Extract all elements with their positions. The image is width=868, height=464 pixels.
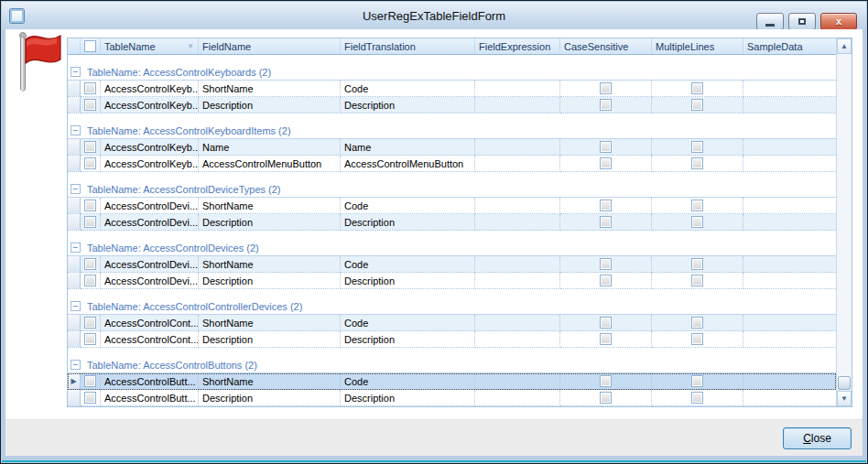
fieldtranslation-cell[interactable]: Code — [341, 81, 475, 97]
sampledata-cell[interactable] — [743, 139, 836, 156]
tablename-cell[interactable]: AccessControlDevi... — [101, 256, 199, 273]
close-button[interactable]: Close — [783, 427, 852, 449]
multiple-lines-checkbox[interactable] — [691, 275, 703, 286]
fieldname-cell[interactable]: ShortName — [199, 373, 341, 390]
casesensitive-cell[interactable] — [560, 139, 652, 156]
row-select-checkbox[interactable] — [84, 333, 96, 345]
select-all-header[interactable] — [81, 38, 101, 54]
column-header-fieldexpression[interactable]: FieldExpression — [475, 38, 560, 54]
casesensitive-cell[interactable] — [560, 198, 652, 214]
tablename-cell[interactable]: AccessControlKeyb... — [101, 97, 199, 113]
table-row[interactable]: AccessControlKeyb...AccessControlMenuBut… — [68, 156, 836, 172]
fieldname-cell[interactable]: Name — [199, 139, 341, 156]
fieldexpression-cell[interactable] — [475, 373, 560, 390]
fieldtranslation-cell[interactable]: Code — [341, 315, 475, 331]
collapse-group-icon[interactable]: − — [71, 184, 81, 194]
minimize-button[interactable] — [756, 13, 784, 30]
multiplelines-cell[interactable] — [652, 81, 743, 97]
case-sensitive-checkbox[interactable] — [600, 82, 612, 94]
fieldtranslation-cell[interactable]: Code — [341, 256, 475, 273]
multiplelines-cell[interactable] — [652, 315, 743, 331]
row-header-cell[interactable] — [68, 390, 81, 406]
multiplelines-cell[interactable] — [652, 390, 743, 406]
multiple-lines-checkbox[interactable] — [691, 392, 703, 404]
fieldtranslation-cell[interactable]: Description — [341, 331, 475, 348]
case-sensitive-checkbox[interactable] — [600, 200, 612, 211]
column-header-casesensitive[interactable]: CaseSensitive — [560, 38, 652, 54]
table-row[interactable]: AccessControlButt...DescriptionDescripti… — [68, 390, 836, 406]
sampledata-cell[interactable] — [743, 81, 836, 97]
multiplelines-cell[interactable] — [652, 97, 743, 113]
row-header-cell[interactable] — [68, 214, 81, 231]
sampledata-cell[interactable] — [743, 256, 836, 273]
fieldtranslation-cell[interactable]: Description — [341, 214, 475, 231]
case-sensitive-checkbox[interactable] — [600, 275, 612, 286]
table-row[interactable]: AccessControlKeyb...DescriptionDescripti… — [68, 97, 836, 113]
case-sensitive-checkbox[interactable] — [600, 157, 612, 169]
row-select-checkbox[interactable] — [84, 392, 96, 404]
collapse-group-icon[interactable]: − — [71, 67, 81, 77]
fieldname-cell[interactable]: AccessControlMenuButton — [199, 156, 341, 172]
group-header-row[interactable]: −TableName: AccessControlButtons (2) — [68, 357, 836, 373]
column-header-tablename[interactable]: TableName▼ — [101, 38, 199, 54]
column-header-sampledata[interactable]: SampleData — [743, 38, 836, 54]
row-select-cell[interactable] — [81, 390, 101, 406]
row-select-cell[interactable] — [81, 373, 101, 390]
scrollbar-down-icon[interactable]: ▼ — [837, 391, 852, 406]
multiplelines-cell[interactable] — [652, 156, 743, 172]
multiplelines-cell[interactable] — [652, 198, 743, 214]
sampledata-cell[interactable] — [743, 331, 836, 348]
multiplelines-cell[interactable] — [652, 214, 743, 231]
title-bar[interactable]: UserRegExTableFieldForm x — [2, 2, 866, 29]
sampledata-cell[interactable] — [743, 273, 836, 289]
row-header-cell[interactable] — [68, 139, 81, 156]
fieldname-cell[interactable]: ShortName — [199, 81, 341, 97]
fieldname-cell[interactable]: ShortName — [199, 256, 341, 273]
group-header-row[interactable]: −TableName: AccessControlControllerDevic… — [68, 298, 836, 315]
fieldexpression-cell[interactable] — [475, 97, 560, 113]
row-select-cell[interactable] — [81, 315, 101, 331]
fieldtranslation-cell[interactable]: Description — [341, 390, 475, 406]
row-select-checkbox[interactable] — [84, 375, 96, 387]
collapse-group-icon[interactable]: − — [71, 360, 81, 370]
table-row[interactable]: AccessControlDevi...ShortNameCode — [68, 256, 836, 273]
multiple-lines-checkbox[interactable] — [691, 200, 703, 211]
casesensitive-cell[interactable] — [560, 373, 652, 390]
select-all-checkbox[interactable] — [84, 40, 96, 52]
casesensitive-cell[interactable] — [560, 214, 652, 231]
row-select-cell[interactable] — [81, 331, 101, 348]
scrollbar-up-icon[interactable]: ▲ — [837, 38, 852, 54]
sampledata-cell[interactable] — [743, 373, 836, 390]
fieldtranslation-cell[interactable]: AccessControlMenuButton — [341, 156, 475, 172]
fieldtranslation-cell[interactable]: Code — [341, 373, 475, 390]
multiple-lines-checkbox[interactable] — [691, 99, 703, 111]
sampledata-cell[interactable] — [743, 315, 836, 331]
fieldexpression-cell[interactable] — [475, 81, 560, 97]
group-header-row[interactable]: −TableName: AccessControlKeyboardItems (… — [68, 123, 836, 139]
casesensitive-cell[interactable] — [560, 256, 652, 273]
case-sensitive-checkbox[interactable] — [600, 317, 612, 329]
tablename-cell[interactable]: AccessControlDevi... — [101, 214, 199, 231]
row-select-cell[interactable] — [81, 139, 101, 156]
tablename-cell[interactable]: AccessControlKeyb... — [101, 139, 199, 156]
table-row[interactable]: AccessControlCont...ShortNameCode — [68, 315, 836, 331]
casesensitive-cell[interactable] — [560, 156, 652, 172]
row-select-cell[interactable] — [81, 256, 101, 273]
case-sensitive-checkbox[interactable] — [600, 392, 612, 404]
case-sensitive-checkbox[interactable] — [600, 258, 612, 270]
tablename-cell[interactable]: AccessControlButt... — [101, 373, 199, 390]
case-sensitive-checkbox[interactable] — [600, 216, 612, 228]
sampledata-cell[interactable] — [743, 156, 836, 172]
multiple-lines-checkbox[interactable] — [691, 141, 703, 153]
column-header-fieldtranslation[interactable]: FieldTranslation — [341, 38, 475, 54]
table-row[interactable]: AccessControlDevi...DescriptionDescripti… — [68, 214, 836, 231]
case-sensitive-checkbox[interactable] — [600, 99, 612, 111]
scrollbar-thumb[interactable] — [838, 376, 851, 390]
multiple-lines-checkbox[interactable] — [691, 157, 703, 169]
vertical-scrollbar[interactable]: ▲ ▼ — [836, 38, 852, 406]
case-sensitive-checkbox[interactable] — [600, 375, 612, 387]
collapse-group-icon[interactable]: − — [71, 243, 81, 253]
table-row[interactable]: AccessControlCont...DescriptionDescripti… — [68, 331, 836, 348]
fieldexpression-cell[interactable] — [475, 256, 560, 273]
fieldname-cell[interactable]: ShortName — [199, 198, 341, 214]
